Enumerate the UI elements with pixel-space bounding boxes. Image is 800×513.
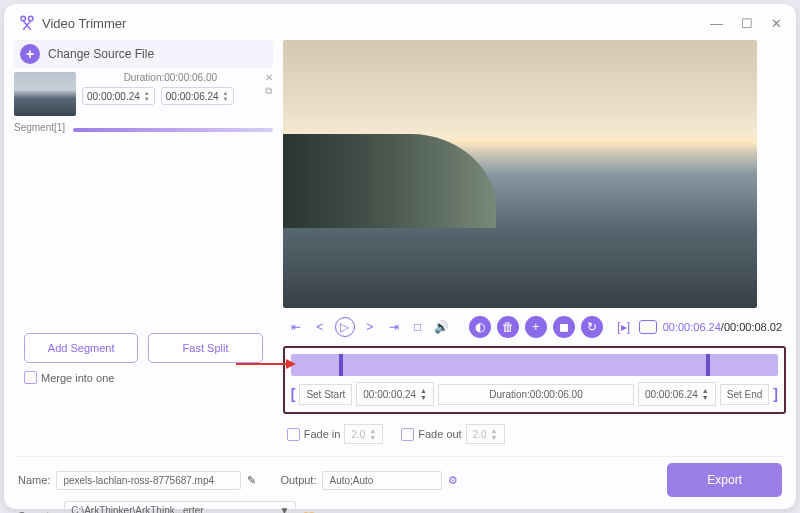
tool1-icon[interactable]: ◐ (469, 316, 491, 338)
output-select[interactable]: Auto;Auto (322, 471, 442, 490)
minimize-button[interactable]: — (710, 16, 723, 31)
fade-in-checkbox[interactable] (287, 428, 300, 441)
merge-label: Merge into one (41, 372, 114, 384)
svg-point-1 (29, 16, 34, 21)
fade-in-input[interactable]: 2.0▲▼ (344, 424, 383, 444)
svg-marker-3 (286, 359, 296, 369)
name-value: pexels-lachlan-ross-8775687.mp4 (56, 471, 241, 490)
segment-end-input[interactable]: 00:00:06.24▲▼ (161, 87, 234, 105)
refresh-icon[interactable]: ↻ (581, 316, 603, 338)
play-icon[interactable]: ▷ (335, 317, 355, 337)
prev-frame-icon[interactable]: < (311, 318, 329, 336)
trim-duration-label: Duration:00:00:06.00 (438, 384, 634, 405)
skip-start-icon[interactable]: ⇤ (287, 318, 305, 336)
change-source-button[interactable]: + Change Source File (14, 40, 273, 68)
tool2-icon[interactable]: 🗑 (497, 316, 519, 338)
close-button[interactable]: ✕ (771, 16, 782, 31)
add-segment-button[interactable]: Add Segment (24, 333, 138, 363)
trim-start-input[interactable]: 00:00:00.24▲▼ (356, 382, 434, 406)
time-display: 00:00:06.24/00:00:08.02 (663, 321, 782, 333)
next-frame-icon[interactable]: > (361, 318, 379, 336)
capture-icon[interactable] (639, 320, 657, 334)
bracket-left-icon: [ (291, 386, 296, 402)
trim-track[interactable] (291, 354, 778, 376)
maximize-button[interactable]: ☐ (741, 16, 753, 31)
video-preview[interactable] (283, 40, 757, 308)
segment-duration-label: Duration:00:00:06.00 (82, 72, 259, 83)
skip-end-icon[interactable]: ⇥ (385, 318, 403, 336)
app-icon (18, 14, 36, 32)
add-icon[interactable]: + (525, 316, 547, 338)
segment-label: Segment[1] (14, 122, 65, 133)
set-end-button[interactable]: Set End (720, 384, 770, 405)
svg-point-0 (21, 16, 26, 21)
tool4-icon[interactable]: ◼ (553, 316, 575, 338)
set-start-button[interactable]: Set Start (299, 384, 352, 405)
segment-thumbnail[interactable] (14, 72, 76, 116)
segment-progress[interactable] (73, 128, 273, 132)
browse-folder-icon[interactable]: 📁 (302, 510, 316, 514)
segment-copy-icon[interactable]: ⧉ (265, 85, 273, 97)
merge-checkbox[interactable] (24, 371, 37, 384)
output-settings-icon[interactable]: ⚙ (448, 474, 458, 487)
window-title: Video Trimmer (42, 16, 710, 31)
output-label: Output: (280, 474, 316, 486)
segment-start-input[interactable]: 00:00:00.24▲▼ (82, 87, 155, 105)
annotation-arrow (236, 357, 296, 371)
segment-close-icon[interactable]: ✕ (265, 72, 273, 83)
edit-name-icon[interactable]: ✎ (247, 474, 256, 487)
fade-out-input[interactable]: 2.0▲▼ (466, 424, 505, 444)
bracket-right-icon: ] (773, 386, 778, 402)
name-label: Name: (18, 474, 50, 486)
stop-icon[interactable]: □ (409, 318, 427, 336)
fade-out-checkbox[interactable] (401, 428, 414, 441)
trim-range-box: [ Set Start 00:00:00.24▲▼ Duration:00:00… (283, 346, 786, 414)
trim-end-input[interactable]: 00:00:06.24▲▼ (638, 382, 716, 406)
save-path-select[interactable]: C:\ArkThinker\ArkThink...erter Ultimate\… (64, 501, 296, 513)
export-button[interactable]: Export (667, 463, 782, 497)
volume-icon[interactable]: 🔊 (433, 318, 451, 336)
plus-icon: + (20, 44, 40, 64)
fade-out-label: Fade out (418, 428, 461, 440)
fade-in-label: Fade in (304, 428, 341, 440)
bracket-toggle-icon[interactable]: [▸] (615, 318, 633, 336)
